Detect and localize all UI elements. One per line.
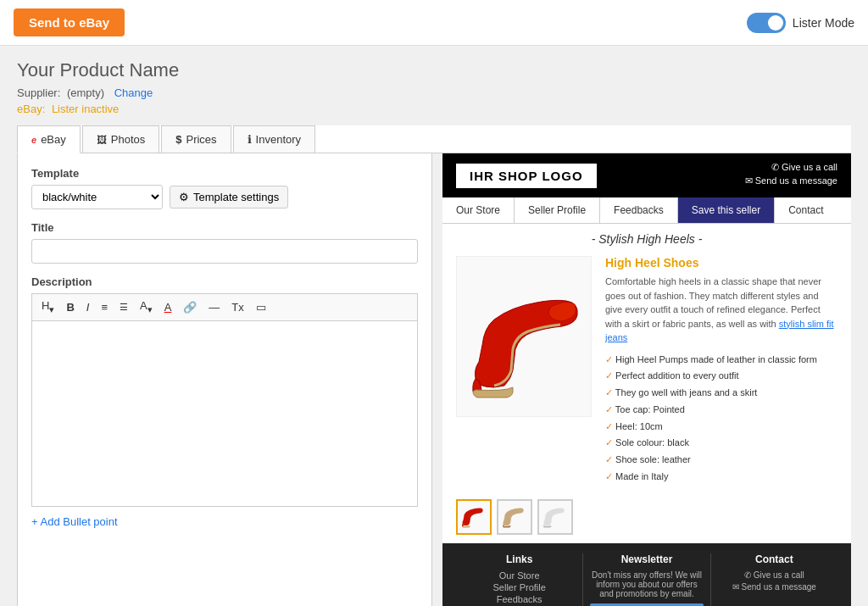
clear-format-button[interactable]: Tx [227,299,248,315]
ebay-status-line: eBay: Lister inactive [17,103,851,115]
template-settings-label: Template settings [193,191,279,203]
description-label: Description [31,275,418,288]
footer-contact-call: ✆ Give us a call [718,570,831,580]
footer-links-col: Links Our Store Seller Profile Feedbacks… [456,553,583,606]
footer-newsletter-col: Newsletter Don't miss any offers! We wil… [583,553,710,606]
preview-footer: Links Our Store Seller Profile Feedbacks… [442,543,851,606]
left-panel: Template black/white blue/white red/blac… [17,153,432,606]
preview-logo: IHR SHOP LOGO [456,164,597,188]
footer-links-title: Links [463,553,576,565]
preview-contact-message: ✉ Send us a message [745,175,837,186]
footer-newsletter-title: Newsletter [590,553,703,565]
info-icon: ℹ [248,133,252,146]
product-name: Your Product Name [17,59,851,81]
preview-header: IHR SHOP LOGO ✆ Give us a call ✉ Send us… [442,153,851,197]
preview-nav-our-store[interactable]: Our Store [442,197,515,223]
template-label: Template [31,167,418,180]
feature-2: Perfect addition to every outfit [605,368,837,385]
preview-nav-save-seller[interactable]: Save this seller [678,197,775,223]
supplier-line: Supplier: (empty) Change [17,86,851,99]
footer-contact-col: Contact ✆ Give us a call ✉ Send us a mes… [711,553,837,606]
link-button[interactable]: 🔗 [179,299,201,315]
footer-newsletter-text: Don't miss any offers! We will inform yo… [590,570,703,598]
preview-product-heading: High Heel Shoes [605,256,837,270]
feature-7: Shoe sole: leather [605,452,837,469]
tab-inventory[interactable]: ℹ Inventory [233,125,315,153]
supplier-value: (empty) [67,86,104,99]
feature-4: Toe cap: Pointed [605,402,837,419]
lister-mode-toggle[interactable] [747,13,786,33]
send-to-ebay-button[interactable]: Send to eBay [14,8,125,36]
heading-button[interactable]: H▾ [37,297,58,317]
footer-contact-message: ✉ Send us a message [718,582,831,592]
tab-photos-label: Photos [111,133,145,146]
font-color-button[interactable]: A [160,299,176,315]
preview-info: High Heel Shoes Comfortable high heels i… [605,256,837,486]
preview-desc-link: stylish slim fit jeans [605,319,834,343]
thumb-3[interactable] [537,499,573,535]
tab-prices[interactable]: $ Prices [161,125,231,153]
preview-features-list: High Heel Pumps made of leather in class… [605,352,837,486]
add-bullet-button[interactable]: + Add Bullet point [31,515,418,528]
tab-photos[interactable]: 🖼 Photos [82,125,159,153]
italic-button[interactable]: I [82,299,94,315]
main-content: Your Product Name Supplier: (empty) Chan… [0,46,868,606]
tab-inventory-label: Inventory [256,133,301,146]
supplier-change-link[interactable]: Change [114,86,153,99]
font-size-button[interactable]: A▾ [136,297,157,317]
footer-link-feedbacks[interactable]: Feedbacks [463,594,576,604]
header: Send to eBay Lister Mode [0,0,868,46]
gear-icon: ⚙ [179,191,189,203]
right-panel: IHR SHOP LOGO ✆ Give us a call ✉ Send us… [442,153,851,606]
panels-container: Template black/white blue/white red/blac… [17,153,851,606]
supplier-label: Supplier: [17,86,60,99]
media-button[interactable]: ▭ [252,299,270,315]
title-input[interactable] [31,239,418,264]
footer-link-our-store[interactable]: Our Store [463,570,576,581]
thumb-2[interactable] [497,499,532,535]
photo-icon: 🖼 [97,134,107,146]
footer-contact-title: Contact [718,553,831,565]
ebay-status: Lister inactive [52,103,119,115]
thumbnail-row [456,499,837,535]
thumb-1[interactable] [456,499,492,535]
tab-prices-label: Prices [186,133,216,146]
feature-5: Heel: 10cm [605,419,837,436]
preview-contact-call: ✆ Give us a call [745,162,837,173]
tab-ebay[interactable]: e eBay [17,125,81,153]
unordered-list-button[interactable]: ≡ [97,299,112,315]
description-editor[interactable] [31,320,418,507]
preview-main-image [456,256,592,417]
hr-button[interactable]: — [204,299,224,315]
feature-1: High Heel Pumps made of leather in class… [605,352,837,369]
tab-ebay-label: eBay [41,133,66,146]
ebay-label: eBay: [17,103,45,115]
preview-nav: Our Store Seller Profile Feedbacks Save … [442,197,851,224]
ordered-list-button[interactable]: ☰ [115,300,132,314]
preview-product-container: High Heel Shoes Comfortable high heels i… [456,256,837,486]
preview-product-section-title: - Stylish High Heels - [456,232,837,246]
preview-nav-seller-profile[interactable]: Seller Profile [515,197,600,223]
preview-contact: ✆ Give us a call ✉ Send us a message [745,162,837,189]
lister-mode-label: Lister Mode [793,16,854,30]
editor-toolbar: H▾ B I ≡ ☰ A▾ A 🔗 — Tx ▭ [31,293,418,320]
bold-button[interactable]: B [62,299,78,315]
lister-mode-container: Lister Mode [747,13,854,33]
title-label: Title [31,221,418,234]
tab-bar: e eBay 🖼 Photos $ Prices ℹ Inventory [17,125,851,153]
footer-link-seller-profile[interactable]: Seller Profile [463,582,576,592]
feature-3: They go well with jeans and a skirt [605,385,837,402]
dollar-icon: $ [175,133,181,146]
preview-nav-contact[interactable]: Contact [775,197,837,223]
template-select[interactable]: black/white blue/white red/black custom [31,185,163,209]
preview-product-desc: Comfortable high heels in a classic shap… [605,275,837,345]
template-settings-button[interactable]: ⚙ Template settings [170,186,288,208]
template-row: black/white blue/white red/black custom … [31,185,418,209]
shoe-svg [460,260,587,413]
preview-body: - Stylish High Heels - [442,224,851,543]
ebay-icon: e [31,135,36,145]
feature-8: Made in Italy [605,469,837,486]
feature-6: Sole colour: black [605,435,837,452]
preview-nav-feedbacks[interactable]: Feedbacks [600,197,678,223]
